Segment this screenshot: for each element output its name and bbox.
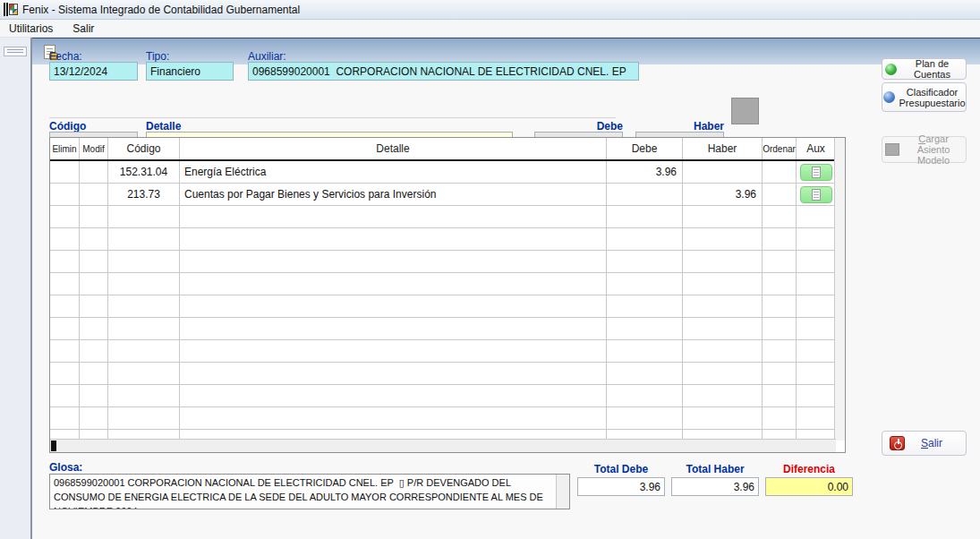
debe-cell — [607, 295, 683, 318]
scrollbar-thumb[interactable] — [51, 441, 56, 451]
codigo-cell — [108, 206, 180, 228]
table-row-empty[interactable] — [50, 206, 845, 228]
aux-cell — [797, 385, 836, 407]
entries-table: Elimin Modif Código Detalle Debe Haber O… — [49, 137, 846, 453]
table-row-empty[interactable] — [50, 430, 845, 439]
haber-cell — [683, 430, 763, 439]
modify-cell — [80, 363, 108, 385]
haber-cell — [683, 363, 763, 385]
aux-cell — [797, 295, 836, 318]
auxiliar-label: Auxiliar: — [248, 50, 286, 63]
modify-cell — [80, 430, 108, 439]
col-header-detalle[interactable]: Detalle — [180, 138, 607, 159]
col-header-haber[interactable]: Haber — [683, 138, 763, 159]
menu-salir[interactable]: Salir — [71, 21, 96, 37]
delete-cell — [50, 407, 80, 430]
plan-de-cuentas-button[interactable]: Plan de Cuentas — [882, 58, 967, 80]
table-row-empty[interactable] — [50, 363, 845, 385]
ordenar-cell — [763, 295, 797, 318]
glosa-scrollbar[interactable] — [556, 475, 569, 509]
ordenar-cell — [763, 228, 797, 251]
table-row[interactable]: 213.73Cuentas por Pagar Bienes y Servici… — [50, 184, 845, 206]
table-header: Elimin Modif Código Detalle Debe Haber O… — [50, 138, 845, 161]
table-horizontal-scrollbar[interactable] — [50, 439, 836, 452]
codigo-cell — [108, 295, 180, 318]
delete-cell — [50, 340, 80, 363]
modify-cell — [80, 206, 108, 228]
detalle-cell — [180, 295, 607, 318]
delete-cell — [50, 161, 80, 184]
codigo-cell — [108, 318, 180, 340]
codigo-cell — [108, 340, 180, 363]
table-row-empty[interactable] — [50, 273, 845, 295]
haber-label: Haber — [635, 120, 724, 133]
left-sidebar-panel — [0, 38, 32, 539]
table-row-empty[interactable] — [50, 385, 845, 407]
col-header-modif[interactable]: Modif — [80, 138, 108, 159]
col-header-ordenar[interactable]: Ordenar — [763, 138, 797, 159]
haber-cell — [683, 295, 763, 318]
auxiliar-input[interactable] — [248, 62, 639, 81]
clasificador-presupuestario-button[interactable]: Clasificador Presupuestario — [882, 82, 967, 112]
modify-cell — [80, 295, 108, 318]
col-header-codigo[interactable]: Código — [108, 138, 180, 159]
modify-cell — [80, 184, 108, 206]
menu-utilitarios[interactable]: Utilitarios — [7, 21, 55, 37]
detalle-label: Detalle — [146, 120, 181, 133]
tipo-input[interactable] — [146, 62, 234, 81]
detalle-cell — [180, 251, 607, 273]
menu-bar: Utilitarios Salir — [0, 20, 980, 38]
glosa-textarea[interactable]: 0968599020001 CORPORACION NACIONAL DE EL… — [50, 475, 556, 509]
haber-cell — [683, 206, 763, 228]
table-row-empty[interactable] — [50, 407, 845, 430]
debe-cell — [607, 228, 683, 251]
detalle-cell — [180, 407, 607, 430]
modify-cell — [80, 318, 108, 340]
salir-button-label: Salir — [921, 437, 942, 449]
modify-cell — [80, 228, 108, 251]
detalle-cell — [180, 363, 607, 385]
modify-cell — [80, 407, 108, 430]
table-row-empty[interactable] — [50, 295, 845, 318]
table-row-empty[interactable] — [50, 318, 845, 340]
haber-cell — [683, 340, 763, 363]
table-row-empty[interactable] — [50, 228, 845, 251]
fecha-input[interactable] — [49, 62, 138, 81]
haber-cell — [683, 251, 763, 273]
table-vertical-scrollbar[interactable] — [834, 138, 845, 441]
total-haber-label: Total Haber — [671, 463, 759, 475]
app-icon — [4, 3, 18, 16]
col-header-elimin[interactable]: Elimin — [50, 138, 80, 159]
debe-cell — [607, 273, 683, 295]
modify-cell — [80, 385, 108, 407]
blue-sphere-icon — [883, 91, 895, 103]
table-row-empty[interactable] — [50, 340, 845, 363]
ordenar-cell — [763, 430, 797, 439]
glosa-label: Glosa: — [49, 461, 82, 474]
detalle-cell — [180, 228, 607, 251]
salir-button[interactable]: Salir — [882, 431, 967, 456]
detalle-cell — [180, 430, 607, 439]
col-header-aux[interactable]: Aux — [797, 138, 836, 159]
modify-cell — [80, 251, 108, 273]
aux-button[interactable] — [800, 186, 832, 203]
panel-grip[interactable] — [4, 47, 27, 56]
codigo-cell — [108, 430, 180, 439]
col-header-debe[interactable]: Debe — [607, 138, 683, 159]
delete-cell — [50, 385, 80, 407]
table-row-empty[interactable] — [50, 251, 845, 273]
clasificador-label: Clasificador Presupuestario — [899, 87, 966, 108]
aux-cell — [797, 206, 836, 228]
aux-cell — [797, 161, 836, 184]
delete-cell — [50, 363, 80, 385]
add-entry-button[interactable] — [731, 98, 759, 124]
haber-cell: 3.96 — [683, 184, 763, 206]
debe-cell — [607, 206, 683, 228]
cargar-asiento-modelo-button[interactable]: Cargar Asiento Modelo — [882, 136, 967, 163]
modify-cell — [80, 161, 108, 184]
detalle-cell: Energía Eléctrica — [180, 161, 607, 184]
ordenar-cell — [763, 273, 797, 295]
table-row[interactable]: 152.31.04Energía Eléctrica3.96 — [50, 161, 845, 184]
debe-cell — [607, 385, 683, 407]
aux-button[interactable] — [800, 164, 832, 181]
